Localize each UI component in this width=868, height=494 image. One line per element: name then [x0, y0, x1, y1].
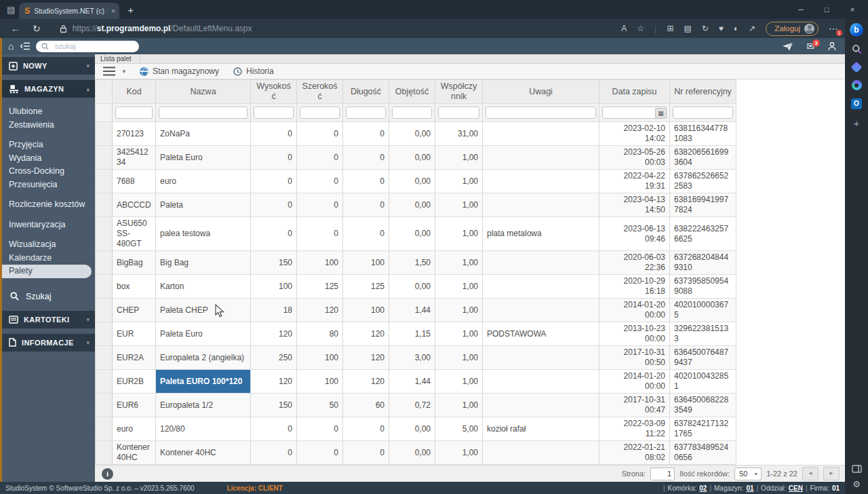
table-cell[interactable]: 120 — [343, 322, 389, 346]
table-cell[interactable]: 1,00 — [435, 370, 483, 394]
table-cell[interactable] — [483, 275, 599, 299]
outlook-icon[interactable]: O — [851, 98, 862, 109]
table-cell[interactable] — [483, 346, 599, 370]
row-handle[interactable] — [96, 370, 113, 394]
share-icon[interactable]: ↗ — [749, 24, 755, 33]
table-cell[interactable]: 1,00 — [435, 322, 483, 346]
table-cell[interactable]: Kontener 40HC — [113, 441, 156, 465]
table-cell[interactable]: 1,50 — [389, 251, 435, 275]
table-cell[interactable] — [483, 441, 599, 465]
table-cell[interactable]: 150 — [251, 251, 297, 275]
sidebar-search-icon[interactable] — [852, 44, 862, 54]
table-cell[interactable]: euro — [113, 417, 156, 441]
table-cell[interactable]: 1,15 — [389, 322, 435, 346]
table-cell[interactable]: 2022-04-22 19:31 — [599, 170, 670, 193]
table-cell[interactable] — [483, 394, 599, 417]
table-cell[interactable] — [483, 170, 599, 193]
rewards-icon[interactable]: ♥ — [719, 24, 724, 33]
table-cell[interactable]: Paleta CHEP — [156, 299, 251, 322]
table-cell[interactable]: 0,00 — [389, 275, 435, 299]
sidebar-item-szukaj[interactable]: Szukaj — [2, 286, 95, 311]
sidebar-settings-icon[interactable]: ⚙ — [852, 479, 861, 489]
table-cell[interactable]: EUR6 — [113, 394, 156, 417]
add-sidebar-item-icon[interactable]: + — [854, 117, 860, 129]
table-cell[interactable]: 50 — [297, 394, 343, 417]
table-cell[interactable]: 0 — [343, 417, 389, 441]
table-cell[interactable]: 120 — [251, 322, 297, 346]
filter-input[interactable] — [159, 107, 248, 119]
table-cell[interactable]: 0 — [297, 193, 343, 217]
info-icon[interactable]: i — [102, 468, 113, 480]
sidebar-item-rozliczenie-kosztow[interactable]: Rozliczenie kosztów — [9, 198, 95, 212]
row-handle[interactable] — [96, 193, 113, 217]
table-cell[interactable]: 3,00 — [389, 346, 435, 370]
table-cell[interactable]: 0,00 — [389, 193, 435, 217]
table-cell[interactable]: 1,00 — [435, 275, 483, 299]
branch-value[interactable]: CEN — [789, 484, 803, 492]
sidebar-item-zestawienia[interactable]: Zestawienia — [9, 119, 95, 132]
table-cell[interactable]: 100 — [297, 346, 343, 370]
table-cell[interactable]: 0 — [297, 122, 343, 146]
read-aloud-icon[interactable]: A — [621, 24, 627, 33]
table-cell[interactable]: Paleta Euro — [156, 146, 251, 170]
filter-input[interactable] — [673, 107, 733, 119]
user-icon[interactable] — [827, 41, 837, 51]
table-cell[interactable]: 342541234 — [113, 146, 156, 170]
table-cell[interactable]: ABCCCD — [113, 193, 156, 217]
mail-icon[interactable]: ✉ 3 — [806, 41, 814, 52]
filter-input[interactable] — [346, 107, 386, 119]
column-header[interactable]: Szerokość — [297, 80, 343, 104]
table-cell[interactable]: ASU650SS-480GT — [113, 217, 156, 251]
table-cell[interactable]: 100 — [343, 299, 389, 322]
table-cell[interactable]: Europaleta 1/2 — [156, 394, 251, 417]
table-cell[interactable]: 6382224632576625 — [670, 217, 736, 251]
table-cell[interactable]: 0 — [251, 170, 297, 193]
column-header[interactable]: Współczynnik — [435, 80, 483, 104]
table-cell[interactable]: 2014-01-20 00:00 — [599, 370, 670, 394]
table-cell[interactable] — [483, 146, 599, 170]
sidebar-section-magazyn[interactable]: MAGAZYN ▴ — [2, 80, 95, 98]
table-cell[interactable]: 125 — [343, 275, 389, 299]
table-cell[interactable]: 3296223815133 — [670, 322, 736, 346]
global-search-input[interactable] — [53, 41, 121, 51]
table-cell[interactable]: Kontener 40HC — [156, 441, 251, 465]
table-cell[interactable]: 120/80 — [156, 417, 251, 441]
table-cell[interactable]: 6364500764879437 — [670, 346, 736, 370]
table-cell[interactable]: 0 — [251, 417, 297, 441]
table-cell[interactable]: 2020-10-29 16:18 — [599, 275, 670, 299]
table-cell[interactable]: 2022-01-21 08:02 — [599, 441, 670, 465]
table-cell[interactable]: 0,00 — [389, 417, 435, 441]
table-cell[interactable]: 1,00 — [435, 441, 483, 465]
table-cell[interactable] — [483, 122, 599, 146]
url-text[interactable]: https://st.programdemo.pl/DefaultLeftMen… — [73, 24, 252, 33]
filter-input[interactable] — [115, 107, 153, 119]
filter-input[interactable] — [300, 107, 340, 119]
row-handle[interactable] — [96, 275, 113, 299]
close-button[interactable]: × — [840, 5, 865, 14]
table-cell[interactable]: BigBag — [113, 251, 156, 275]
table-cell[interactable]: box — [113, 275, 156, 299]
table-cell[interactable]: 5,00 — [435, 417, 483, 441]
sidebar-item-przyjecia[interactable]: Przyjęcia — [9, 138, 95, 152]
sidebar-section-nowy[interactable]: NOWY ▾ — [2, 57, 95, 75]
table-cell[interactable]: 6378625266522583 — [670, 170, 736, 193]
filter-input[interactable] — [486, 107, 596, 119]
tools-icon[interactable] — [852, 80, 862, 90]
table-cell[interactable]: 2022-03-09 11:22 — [599, 417, 670, 441]
back-icon[interactable]: ← — [11, 23, 20, 34]
table-cell[interactable]: 6378242171321765 — [670, 417, 736, 441]
table-cell[interactable]: 100 — [297, 370, 343, 394]
table-cell[interactable]: Paleta Euro — [156, 322, 251, 346]
history-icon[interactable]: ↻ — [702, 24, 709, 33]
row-handle[interactable] — [96, 217, 113, 251]
table-cell[interactable]: 250 — [251, 346, 297, 370]
table-cell[interactable]: 0 — [297, 170, 343, 193]
column-header[interactable]: Długość — [343, 80, 389, 104]
table-cell[interactable]: 120 — [297, 299, 343, 322]
browser-tab[interactable]: S StudioSystem.NET (c) SoftwareSt × — [19, 3, 119, 19]
tab-close-icon[interactable]: × — [111, 7, 115, 15]
table-cell[interactable]: 0,00 — [389, 122, 435, 146]
table-cell[interactable]: 0,00 — [389, 170, 435, 193]
table-cell[interactable]: 6373958509549088 — [670, 275, 736, 299]
stock-button[interactable]: Stan magazynowy — [140, 66, 219, 76]
